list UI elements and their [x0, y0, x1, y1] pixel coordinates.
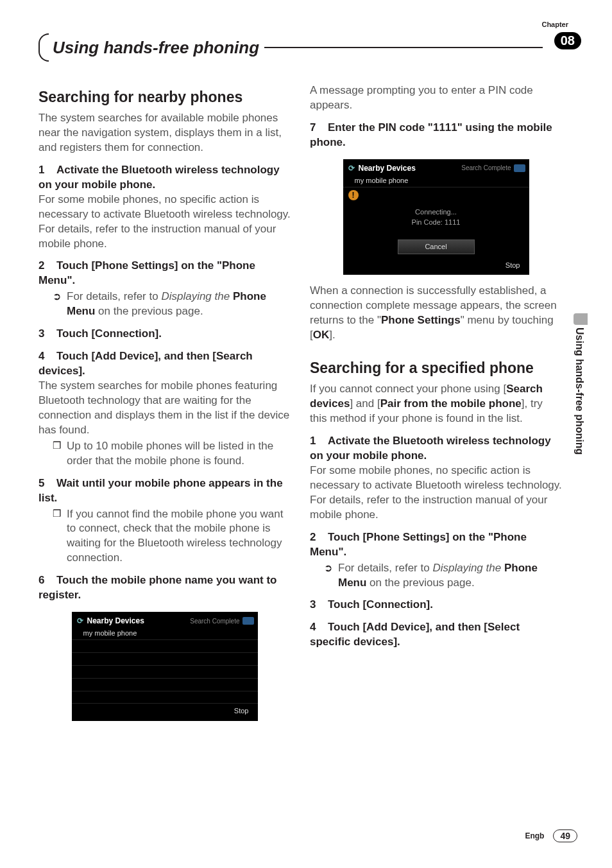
step-7: 7Enter the PIN code "1111" using the mob…	[310, 121, 562, 150]
device-row: my mobile phone	[343, 175, 529, 187]
step-3: 3Touch [Connection].	[38, 327, 291, 342]
step-r1-body: For some mobile phones, no specific acti…	[310, 464, 562, 523]
step-title: Touch the mobile phone name you want to …	[38, 574, 276, 601]
step-r2: 2Touch [Phone Settings] on the "Phone Me…	[310, 530, 562, 560]
step-number: 7	[310, 121, 328, 135]
sub-text: For details, refer to	[67, 290, 161, 302]
car-icon	[514, 164, 525, 172]
right-column: A message prompting you to enter a PIN c…	[310, 83, 562, 730]
step-2-sub: For details, refer to Displaying the Pho…	[38, 290, 291, 319]
step-title: Activate the Bluetooth wireless technolo…	[310, 435, 551, 462]
heading-searching-nearby: Searching for nearby phones	[38, 87, 291, 107]
step-r2-sub: For details, refer to Displaying the Pho…	[310, 561, 562, 591]
title-rule	[264, 47, 543, 48]
step-number: 4	[310, 620, 328, 635]
step-number: 5	[38, 476, 56, 491]
step-r1: 1Activate the Bluetooth wireless technol…	[310, 434, 562, 464]
page-number: 49	[553, 829, 577, 842]
bold-text: OK	[313, 329, 330, 341]
chapter-label: Chapter	[541, 21, 568, 28]
step-title: Activate the Bluetooth wireless technolo…	[38, 164, 280, 191]
page-title: Using hands-free phoning	[49, 38, 259, 58]
title-row: Using hands-free phoning	[38, 33, 581, 62]
status-text: Search Complete	[190, 617, 239, 626]
sub-text: on the previous page.	[366, 577, 474, 589]
bluetooth-icon: ⟳	[76, 616, 85, 625]
intro2-text: If you cannot connect your phone using […	[310, 382, 562, 426]
step-4: 4Touch [Add Device], and then [Search de…	[38, 349, 291, 379]
page-footer: Engb 49	[525, 829, 577, 842]
title-text: Nearby Devices	[359, 163, 416, 173]
step-number: 3	[38, 327, 56, 342]
status-text: Search Complete	[461, 164, 511, 173]
device-row[interactable]: my mobile phone	[72, 627, 258, 640]
screenshot-body	[72, 640, 258, 704]
step-title: Touch [Connection].	[328, 598, 433, 611]
step-1-body: For some mobile phones, no specific acti…	[38, 193, 291, 252]
sub-italic: Displaying the	[432, 562, 504, 574]
cancel-button[interactable]: Cancel	[398, 239, 475, 254]
step-5: 5Wait until your mobile phone appears in…	[38, 476, 291, 506]
intro-text: The system searches for available mobile…	[38, 111, 291, 155]
step-title: Touch [Connection].	[56, 327, 162, 340]
heading-searching-specified: Searching for a specified phone	[310, 358, 562, 378]
step-number: 3	[310, 598, 328, 612]
text: ] and [	[350, 397, 380, 410]
sub-text: For details, refer to	[338, 562, 432, 574]
side-tab-label: Using hands-free phoning	[574, 327, 585, 455]
page-header: Chapter 08 Using hands-free phoning	[38, 21, 581, 62]
text: ].	[329, 329, 335, 341]
line1: Connecting...	[415, 208, 457, 216]
step-title: Enter the PIN code "1111" using the mobi…	[310, 121, 552, 148]
screenshot-title: ⟳ Nearby Devices	[347, 163, 416, 173]
sub-text: on the previous page.	[95, 305, 203, 317]
step-title: Wait until your mobile phone appears in …	[38, 477, 283, 504]
text: If you cannot connect your phone using [	[310, 383, 506, 395]
stop-button[interactable]: Stop	[343, 258, 529, 272]
screenshot-body: ! Connecting... Pin Code: 1111 Cancel	[343, 190, 529, 254]
screenshot-status: Search Complete	[190, 617, 253, 626]
step-4-body: The system searches for mobile phones fe…	[38, 379, 291, 438]
sub-italic: Displaying the	[161, 290, 233, 302]
empty-row	[72, 666, 258, 679]
bold-text: Pair from the mobile phone	[380, 397, 522, 410]
bold-text: Phone Settings	[381, 314, 461, 326]
warning-icon: !	[348, 190, 359, 200]
step-2: 2Touch [Phone Settings] on the "Phone Me…	[38, 259, 291, 288]
step-r3: 3Touch [Connection].	[310, 598, 562, 612]
step-title: Touch [Phone Settings] on the "Phone Men…	[310, 531, 527, 558]
screenshot-title: ⟳ Nearby Devices	[76, 616, 144, 626]
step-title: Touch [Add Device], and then [Search dev…	[38, 350, 253, 377]
nearby-devices-screenshot-2: ⟳ Nearby Devices Search Complete my mobi…	[343, 159, 529, 275]
left-column: Searching for nearby phones The system s…	[38, 83, 291, 730]
step-r4: 4Touch [Add Device], and then [Select sp…	[310, 620, 562, 650]
screenshot-header: ⟳ Nearby Devices Search Complete	[343, 162, 529, 175]
step-5-note: If you cannot find the mobile phone you …	[38, 507, 291, 566]
connecting-text: Connecting... Pin Code: 1111	[343, 203, 529, 232]
pin-prompt-text: A message prompting you to enter a PIN c…	[310, 83, 562, 113]
screenshot-status: Search Complete	[461, 164, 525, 173]
stop-button[interactable]: Stop	[72, 704, 258, 717]
chapter-number-badge: 08	[554, 32, 581, 49]
step-number: 2	[310, 530, 328, 545]
language-code: Engb	[525, 831, 544, 840]
content-columns: Searching for nearby phones The system s…	[38, 83, 562, 730]
line2: Pin Code: 1111	[412, 218, 461, 226]
step-6: 6Touch the mobile phone name you want to…	[38, 573, 291, 603]
step-number: 1	[38, 163, 56, 178]
step-4-note: Up to 10 mobile phones will be listed in…	[38, 439, 291, 469]
connection-complete-text: When a connection is successfully establ…	[310, 284, 562, 343]
step-number: 4	[38, 349, 56, 364]
step-title: Touch [Add Device], and then [Select spe…	[310, 621, 520, 648]
empty-row	[72, 640, 258, 653]
step-number: 2	[38, 259, 56, 273]
step-title: Touch [Phone Settings] on the "Phone Men…	[38, 259, 255, 286]
empty-row	[72, 679, 258, 691]
empty-row	[72, 653, 258, 666]
screenshot-header: ⟳ Nearby Devices Search Complete	[72, 614, 258, 627]
step-number: 6	[38, 573, 56, 588]
car-icon	[242, 617, 254, 625]
empty-row	[72, 691, 258, 704]
nearby-devices-screenshot-1: ⟳ Nearby Devices Search Complete my mobi…	[72, 612, 258, 721]
title-text: Nearby Devices	[87, 616, 144, 626]
